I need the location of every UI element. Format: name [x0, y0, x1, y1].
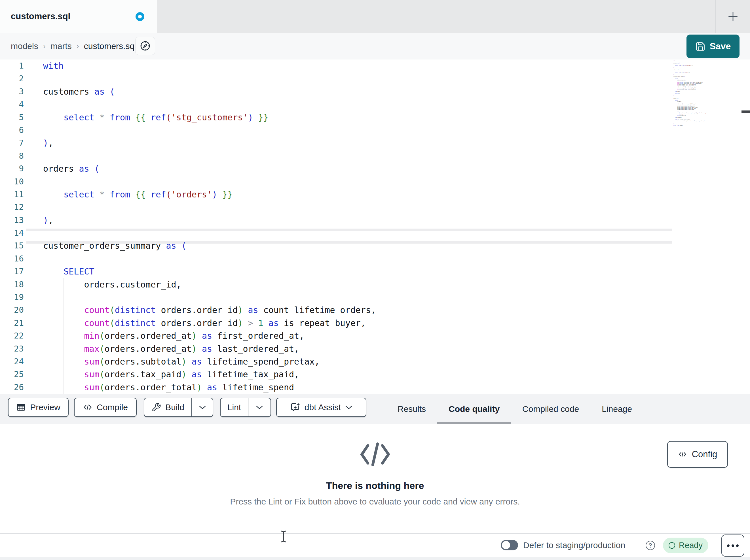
window-edge [0, 557, 750, 560]
line-number: 1 [0, 60, 24, 72]
scrollbar-thumb[interactable] [742, 110, 750, 113]
line-number: 5 [0, 111, 24, 124]
code-line-20[interactable]: 20 count(distinct orders.order_id) as co… [0, 304, 750, 316]
line-number: 21 [0, 317, 24, 329]
code-line-18[interactable]: 18 orders.customer_id, [0, 278, 750, 291]
code-line-1[interactable]: 1with [0, 60, 750, 72]
preview-button[interactable]: Preview [8, 398, 68, 417]
wrench-icon [152, 402, 161, 412]
line-number: 22 [0, 329, 24, 342]
chevron-down-icon [256, 405, 263, 410]
line-number: 4 [0, 98, 24, 111]
code-line-3[interactable]: 3customers as ( [0, 85, 750, 98]
breadcrumb: models›marts›customers.sql [11, 33, 136, 60]
ready-status-label: Ready [679, 541, 703, 550]
code-line-22[interactable]: 22 min(orders.ordered_at) as first_order… [0, 329, 750, 342]
code-line-13[interactable]: 13), [0, 214, 750, 227]
editor-toolbar: Preview Compile Build Lint dbt Assist Re… [0, 394, 750, 424]
file-tab-title: customers.sql [11, 11, 70, 22]
code-line-15[interactable]: 15customer_orders_summary as ( [0, 240, 750, 252]
line-number: 3 [0, 85, 24, 98]
code-line-9[interactable]: 9orders as ( [0, 162, 750, 175]
config-button[interactable]: Config [667, 441, 728, 468]
line-number: 2 [0, 72, 24, 85]
code-line-7[interactable]: 7), [0, 137, 750, 149]
line-number: 26 [0, 381, 24, 394]
build-button[interactable]: Build [144, 398, 191, 416]
line-number: 25 [0, 368, 24, 381]
breadcrumb-item-customers-sql[interactable]: customers.sql [84, 41, 136, 51]
help-icon[interactable]: ? [646, 541, 655, 550]
minimap[interactable]: withcustomers as ( select * from {{ ref(… [673, 60, 722, 130]
code-line-19[interactable]: 19 [0, 291, 750, 304]
file-tab-customers-sql[interactable]: customers.sql [0, 0, 157, 33]
compile-button[interactable]: Compile [74, 398, 137, 417]
dbt-assist-button-label: dbt Assist [304, 402, 341, 412]
line-number: 18 [0, 278, 24, 291]
breadcrumb-item-marts[interactable]: marts [51, 41, 72, 51]
unsaved-changes-icon [136, 12, 144, 21]
compile-button-label: Compile [97, 402, 128, 412]
empty-state-subtitle: Press the Lint or Fix button above to ev… [0, 497, 750, 506]
empty-state: There is nothing here Press the Lint or … [0, 424, 750, 506]
code-line-16[interactable]: 16 [0, 252, 750, 265]
chevron-down-icon [345, 405, 353, 410]
build-dropdown-button[interactable] [191, 398, 213, 416]
save-button[interactable]: Save [687, 35, 739, 58]
code-line-25[interactable]: 25 sum(orders.tax_paid) as lifetime_tax_… [0, 368, 750, 381]
line-number: 12 [0, 201, 24, 213]
line-number: 10 [0, 175, 24, 188]
breadcrumb-row: models›marts›customers.sql Save [0, 33, 750, 60]
breadcrumb-item-models[interactable]: models [11, 41, 38, 51]
code-line-17[interactable]: 17 SELECT [0, 265, 750, 278]
code-line-8[interactable]: 8 [0, 149, 750, 162]
line-number: 8 [0, 149, 24, 162]
ellipsis-icon [727, 544, 730, 547]
code-icon [83, 402, 93, 412]
code-line-21[interactable]: 21 count(distinct orders.order_id) > 1 a… [0, 317, 750, 329]
line-number: 14 [0, 227, 24, 240]
code-line-26[interactable]: 26 sum(orders.order_total) as lifetime_s… [0, 381, 750, 394]
tab-compiled-code[interactable]: Compiled code [522, 394, 579, 424]
code-quality-panel: There is nothing here Press the Lint or … [0, 424, 750, 534]
lint-dropdown-button[interactable] [248, 398, 271, 416]
chat-sparkle-icon [290, 402, 300, 412]
line-number: 11 [0, 188, 24, 201]
results-panel-tabs: ResultsCode qualityCompiled codeLineage [397, 394, 632, 424]
tab-results[interactable]: Results [397, 394, 426, 424]
build-button-group: Build [144, 398, 213, 417]
editor-scrollbar[interactable] [741, 60, 750, 394]
new-tab-button[interactable] [723, 7, 743, 26]
more-options-button[interactable] [722, 535, 744, 557]
code-line-4[interactable]: 4 [0, 98, 750, 111]
defer-toggle[interactable] [501, 540, 518, 551]
tab-bar: customers.sql [0, 0, 750, 33]
code-line-5[interactable]: 5 select * from {{ ref('stg_customers') … [0, 111, 750, 124]
save-icon [695, 41, 706, 51]
tabbar-divider [715, 0, 716, 33]
code-lines[interactable]: 1with23customers as (45 select * from {{… [0, 60, 750, 394]
minimap-content: withcustomers as ( select * from {{ ref(… [673, 60, 722, 126]
tab-lineage[interactable]: Lineage [602, 394, 632, 424]
chevron-down-icon [199, 405, 206, 410]
dbt-assist-button[interactable]: dbt Assist [276, 398, 366, 417]
line-number: 16 [0, 252, 24, 265]
line-number: 7 [0, 137, 24, 149]
lint-button[interactable]: Lint [221, 398, 248, 416]
code-line-2[interactable]: 2 [0, 72, 750, 85]
code-line-23[interactable]: 23 max(orders.ordered_at) as last_ordere… [0, 343, 750, 355]
code-line-6[interactable]: 6 [0, 124, 750, 137]
config-button-label: Config [692, 449, 717, 459]
explore-lineage-button[interactable] [135, 37, 155, 55]
code-line-24[interactable]: 24 sum(orders.subtotal) as lifetime_spen… [0, 355, 750, 368]
code-icon [678, 450, 687, 459]
line-number: 15 [0, 240, 24, 252]
code-line-12[interactable]: 12 [0, 201, 750, 213]
line-number: 6 [0, 124, 24, 137]
code-editor[interactable]: 1with23customers as (45 select * from {{… [0, 60, 750, 394]
code-line-11[interactable]: 11 select * from {{ ref('orders') }} [0, 188, 750, 201]
code-line-10[interactable]: 10 [0, 175, 750, 188]
tab-code-quality[interactable]: Code quality [449, 394, 500, 424]
code-line-14[interactable]: 14 [0, 227, 750, 240]
line-number: 19 [0, 291, 24, 304]
